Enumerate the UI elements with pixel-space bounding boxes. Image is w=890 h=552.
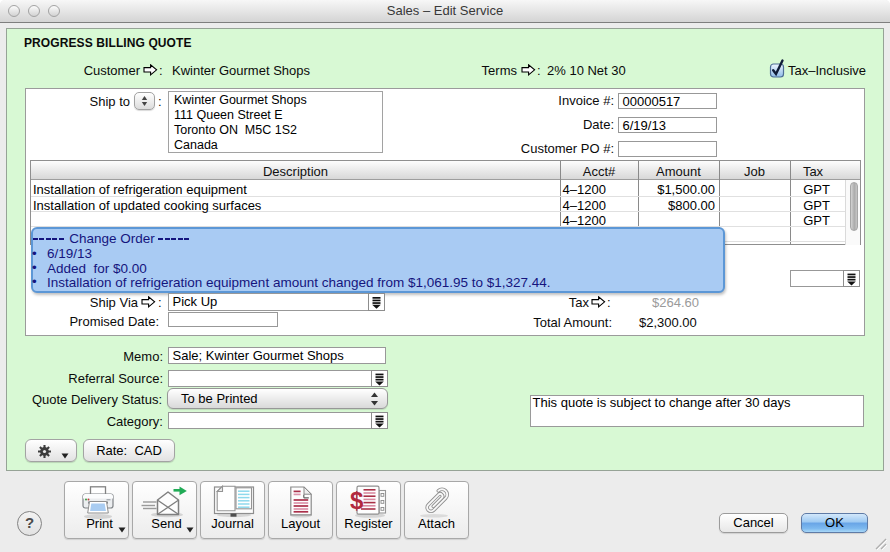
svg-text:$: $ bbox=[350, 487, 364, 514]
